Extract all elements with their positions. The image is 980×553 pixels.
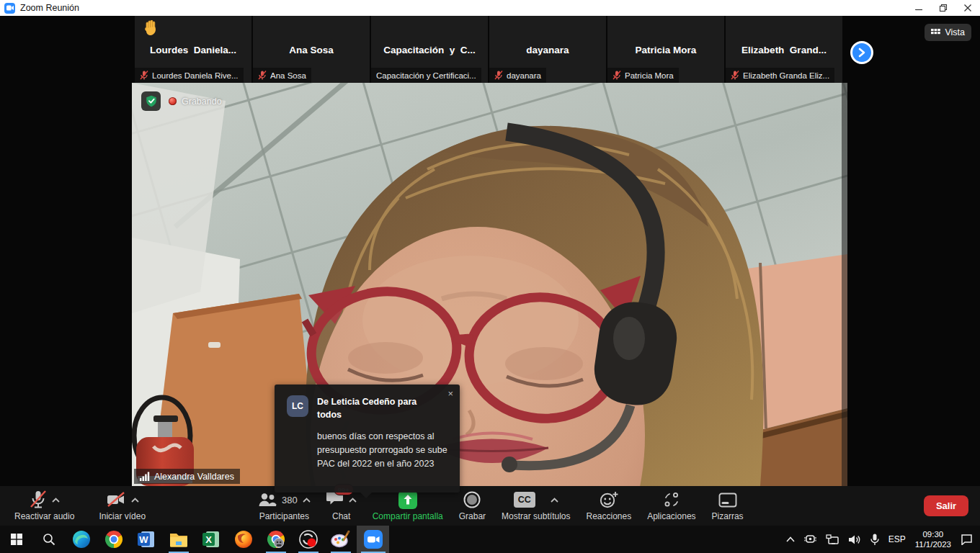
participant-label: Patricia Mora: [607, 68, 679, 83]
windows-logo-icon: [11, 534, 22, 545]
audio-options-chevron[interactable]: [52, 498, 60, 503]
start-button[interactable]: [0, 526, 32, 553]
share-screen-icon: [398, 490, 417, 509]
participant-name: Elizabeth Grand...: [726, 44, 842, 55]
security-shield-icon[interactable]: [141, 91, 161, 111]
start-video-button[interactable]: Iniciar vídeo: [94, 486, 150, 526]
closed-captions-icon: CC: [514, 492, 535, 508]
participant-tile[interactable]: Lourdes Daniela... Lourdes Daniela Rive.…: [135, 16, 251, 83]
taskbar-app-obs[interactable]: [292, 526, 324, 553]
obs-icon: [299, 530, 318, 549]
participant-label-text: Ana Sosa: [270, 71, 306, 80]
sender-avatar: LC: [287, 395, 308, 417]
camera-in-use-icon[interactable]: [804, 534, 816, 545]
speaker-icon[interactable]: [848, 534, 861, 545]
speaker-name: Alexandra Valldares: [154, 472, 234, 482]
muted-mic-icon: [612, 71, 621, 80]
participant-name: Capacitación y C...: [371, 44, 488, 55]
search-icon: [43, 533, 55, 546]
meeting-toolbar: Reactivar audio Iniciar vídeo: [0, 486, 980, 526]
captions-button[interactable]: CC Mostrar subtítulos: [497, 486, 574, 526]
apps-icon: [663, 491, 680, 508]
clock-date: 11/1/2023: [915, 539, 951, 549]
taskbar-app-edge[interactable]: [65, 526, 97, 553]
view-button[interactable]: Vista: [925, 24, 971, 41]
participant-tile[interactable]: Capacitación y C... Capacitación y Certi…: [371, 16, 488, 83]
notifications-icon[interactable]: [961, 534, 973, 545]
participants-count: 380: [282, 495, 298, 505]
window-titlebar: Zoom Reunión: [0, 0, 980, 16]
grid-view-icon: [931, 29, 940, 37]
whiteboard-icon: [718, 493, 737, 508]
taskbar-app-firefox[interactable]: [227, 526, 259, 553]
leave-meeting-button[interactable]: Salir: [924, 495, 968, 516]
participant-tile[interactable]: Patricia Mora Patricia Mora: [607, 16, 724, 83]
participant-label: Lourdes Daniela Rive...: [135, 68, 244, 83]
participant-label-text: Capacitación y Certificaci...: [376, 71, 476, 80]
minimize-button[interactable]: [906, 0, 931, 16]
clock-time: 09:30: [915, 529, 951, 539]
participant-label-text: Elizabeth Granda Eliz...: [743, 71, 829, 80]
participant-name: Ana Sosa: [253, 44, 370, 55]
audio-level-icon: [140, 472, 150, 481]
taskbar-app-paint3d[interactable]: [324, 526, 357, 553]
paint-3d-icon: [331, 530, 350, 549]
zoom-app-icon: [4, 3, 15, 14]
participant-name: dayanara: [489, 44, 606, 55]
speaker-name-label: Alexandra Valldares: [134, 469, 240, 484]
popup-close-icon[interactable]: ×: [447, 389, 453, 398]
video-options-chevron[interactable]: [131, 498, 139, 503]
search-button[interactable]: [32, 526, 65, 553]
filmstrip-tiles: Lourdes Daniela... Lourdes Daniela Rive.…: [135, 16, 842, 83]
firefox-icon: [234, 530, 253, 549]
taskbar-app-word[interactable]: W: [130, 526, 162, 553]
muted-mic-icon: [140, 71, 148, 80]
clock[interactable]: 09:30 11/1/2023: [915, 529, 951, 550]
participant-tile[interactable]: dayanara dayanara: [489, 16, 606, 83]
participants-chevron[interactable]: [303, 498, 311, 503]
chevron-right-icon: [858, 48, 866, 58]
muted-mic-icon: [494, 71, 503, 80]
participant-label-text: Patricia Mora: [625, 71, 674, 80]
participant-label: Capacitación y Certificaci...: [371, 68, 481, 83]
muted-mic-icon: [30, 490, 47, 509]
recording-indicator[interactable]: Grabando: [169, 96, 222, 107]
taskbar-app-zoom[interactable]: [357, 526, 389, 553]
whiteboards-button[interactable]: Pizarras: [708, 486, 748, 526]
reactions-button[interactable]: Reacciones: [582, 486, 636, 526]
active-speaker-video: Grabando Alexandra Valldares: [132, 83, 847, 486]
next-participants-button[interactable]: [850, 41, 873, 64]
webcam-video-frame: [132, 83, 847, 486]
tray-expand-chevron[interactable]: [786, 536, 795, 542]
participant-label: Ana Sosa: [253, 68, 311, 83]
reactions-smiley-icon: [600, 491, 618, 508]
unmute-audio-button[interactable]: Reactivar audio: [10, 486, 79, 526]
network-icon[interactable]: [826, 534, 839, 545]
chrome-icon: [104, 530, 123, 549]
record-button[interactable]: Grabar: [455, 486, 490, 526]
word-icon: W: [138, 531, 155, 548]
participants-icon: [258, 492, 277, 508]
participant-tile[interactable]: Elizabeth Grand... Elizabeth Granda Eliz…: [726, 16, 842, 83]
taskbar-app-file-explorer[interactable]: [162, 526, 195, 553]
microphone-icon[interactable]: [870, 534, 879, 546]
apps-button[interactable]: Aplicaciones: [643, 486, 700, 526]
restore-button[interactable]: [931, 0, 956, 16]
language-indicator[interactable]: ESP: [888, 534, 906, 544]
participant-name: Lourdes Daniela...: [135, 44, 251, 55]
chat-popup-message: buenos días con respectos al presupuesto…: [317, 430, 448, 470]
participant-name: Patricia Mora: [607, 44, 724, 55]
excel-icon: X: [202, 531, 220, 548]
taskbar-app-chrome[interactable]: [97, 526, 130, 553]
taskbar-app-chrome-profile[interactable]: [259, 526, 292, 553]
zoom-taskbar-icon: [364, 530, 383, 549]
taskbar-app-excel[interactable]: X: [195, 526, 227, 553]
captions-chevron[interactable]: [551, 498, 558, 503]
muted-mic-icon: [258, 71, 267, 80]
chat-chevron[interactable]: [349, 498, 357, 503]
window-title: Zoom Reunión: [20, 3, 79, 13]
chat-popup-title: De Leticia Cedeño para todos: [317, 395, 438, 421]
participant-tile[interactable]: Ana Sosa Ana Sosa: [253, 16, 370, 83]
close-button[interactable]: [956, 0, 980, 16]
chat-notification-popup[interactable]: × LC De Leticia Cedeño para todos buenos…: [275, 385, 460, 493]
